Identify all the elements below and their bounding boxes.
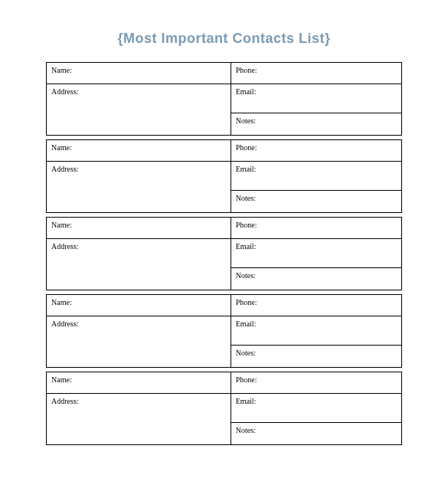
email-field[interactable]: Email: [231, 162, 401, 191]
name-field[interactable]: Name: [47, 140, 231, 162]
contact-block: Name: Phone: Address: Email: Notes: [46, 217, 402, 290]
phone-field[interactable]: Phone: [231, 218, 401, 239]
contact-block: Name: Phone: Address: Email: Notes: [46, 62, 402, 136]
email-field[interactable]: Email: [231, 84, 401, 113]
notes-field[interactable]: Notes: [231, 113, 401, 139]
phone-field[interactable]: Phone: [231, 372, 401, 394]
contact-block: Name: Phone: Address: Email: Notes: [46, 139, 402, 213]
contacts-container: Name: Phone: Address: Email: Notes: Name… [46, 62, 402, 445]
phone-field[interactable]: Phone: [231, 295, 401, 316]
name-field[interactable]: Name: [47, 372, 231, 394]
address-field[interactable]: Address: [47, 162, 231, 212]
notes-field[interactable]: Notes: [231, 423, 401, 448]
address-field[interactable]: Address: [47, 316, 231, 367]
name-field[interactable]: Name: [47, 63, 231, 84]
email-field[interactable]: Email: [231, 394, 401, 423]
address-field[interactable]: Address: [47, 239, 231, 290]
notes-field[interactable]: Notes: [231, 191, 401, 216]
name-field[interactable]: Name: [47, 218, 231, 239]
page-title: {Most Important Contacts List} [46, 31, 402, 47]
phone-field[interactable]: Phone: [231, 140, 401, 162]
notes-field[interactable]: Notes: [231, 268, 401, 293]
address-field[interactable]: Address: [47, 84, 231, 135]
contact-block: Name: Phone: Address: Email: Notes: [46, 372, 402, 445]
contact-block: Name: Phone: Address: Email: Notes: [46, 294, 402, 368]
address-field[interactable]: Address: [47, 394, 231, 444]
name-field[interactable]: Name: [47, 295, 231, 316]
phone-field[interactable]: Phone: [231, 63, 401, 84]
email-field[interactable]: Email: [231, 316, 401, 346]
email-field[interactable]: Email: [231, 239, 401, 268]
notes-field[interactable]: Notes: [231, 346, 401, 371]
